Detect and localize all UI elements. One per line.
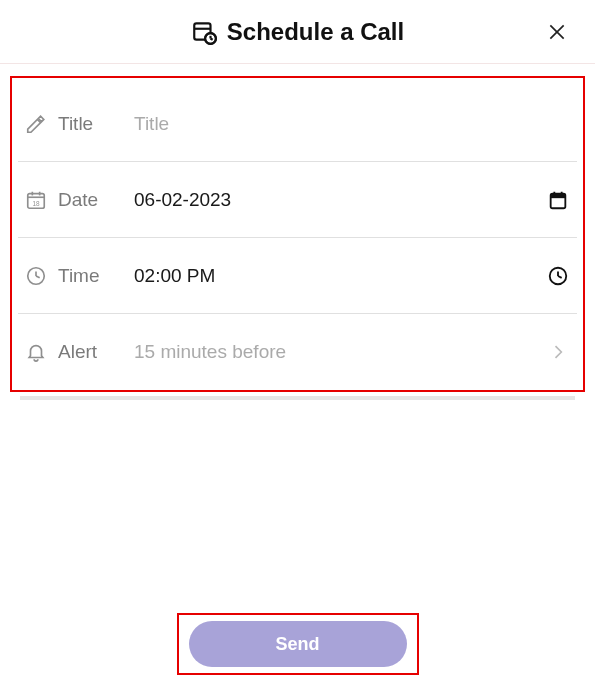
form-bottom-divider — [20, 396, 575, 400]
clock-icon — [22, 265, 50, 287]
svg-rect-16 — [561, 191, 563, 195]
dialog-title: Schedule a Call — [227, 18, 404, 46]
svg-line-22 — [558, 276, 562, 278]
alert-value: 15 minutes before — [126, 341, 535, 363]
svg-line-5 — [210, 38, 212, 39]
time-picker-icon[interactable] — [543, 265, 573, 287]
time-row[interactable]: Time 02:00 PM — [18, 238, 577, 314]
chevron-right-icon — [543, 342, 573, 362]
svg-line-19 — [36, 276, 40, 278]
date-picker-icon[interactable] — [543, 189, 573, 211]
calendar-clock-icon — [191, 19, 217, 45]
schedule-form: Title 18 Date 06-02-2023 — [10, 76, 585, 392]
dialog-header: Schedule a Call — [0, 0, 595, 64]
title-label: Title — [58, 113, 118, 135]
pencil-icon — [22, 113, 50, 135]
date-row[interactable]: 18 Date 06-02-2023 — [18, 162, 577, 238]
date-value: 06-02-2023 — [126, 189, 535, 211]
alert-row[interactable]: Alert 15 minutes before — [18, 314, 577, 390]
send-button-label: Send — [275, 634, 319, 655]
send-button[interactable]: Send — [189, 621, 407, 667]
time-label: Time — [58, 265, 118, 287]
title-input[interactable] — [126, 113, 573, 135]
send-button-highlight: Send — [177, 613, 419, 675]
svg-text:18: 18 — [32, 199, 40, 206]
svg-rect-15 — [553, 191, 555, 195]
close-icon — [547, 22, 567, 42]
close-button[interactable] — [543, 18, 571, 46]
alert-label: Alert — [58, 341, 118, 363]
date-label: Date — [58, 189, 118, 211]
title-wrap: Schedule a Call — [191, 18, 404, 46]
svg-rect-14 — [551, 193, 566, 198]
time-value: 02:00 PM — [126, 265, 535, 287]
calendar-icon: 18 — [22, 189, 50, 211]
title-row: Title — [18, 86, 577, 162]
bell-icon — [22, 341, 50, 363]
